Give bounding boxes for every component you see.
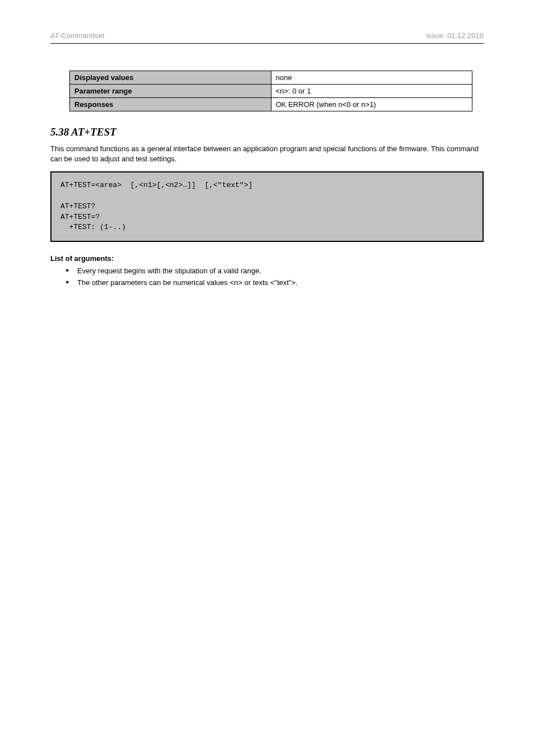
- section-heading: 5.38 AT+TEST: [50, 126, 484, 138]
- document-page: AT-Commandset issue: 01.12.2010 Displaye…: [0, 0, 534, 334]
- spec-key: Responses: [70, 98, 271, 111]
- spec-val: <n>: 0 or 1: [271, 85, 472, 98]
- arguments-heading: List of arguments:: [50, 254, 484, 263]
- table-row: Responses OK ERROR (when n<0 or n>1): [70, 98, 472, 111]
- spec-key: Parameter range: [70, 85, 271, 98]
- spec-val: OK ERROR (when n<0 or n>1): [271, 98, 472, 111]
- spec-key: Displayed values: [70, 71, 271, 85]
- header-right: issue: 01.12.2010: [426, 31, 484, 40]
- spec-table-wrap: Displayed values none Parameter range <n…: [69, 71, 484, 111]
- code-block: AT+TEST=<area> [,<n1>[,<n2>…]] [,<"text"…: [50, 171, 484, 242]
- list-item: Every request begins with the stipulatio…: [66, 266, 484, 276]
- intro-paragraph: This command functions as a general inte…: [50, 144, 484, 164]
- spec-table: Displayed values none Parameter range <n…: [69, 71, 472, 111]
- table-row: Parameter range <n>: 0 or 1: [70, 85, 472, 98]
- page-header: AT-Commandset issue: 01.12.2010: [50, 31, 484, 44]
- arguments-list: Every request begins with the stipulatio…: [66, 266, 484, 287]
- list-item: The other parameters can be numerical va…: [66, 278, 484, 288]
- header-left: AT-Commandset: [50, 31, 105, 40]
- table-row: Displayed values none: [70, 71, 472, 85]
- spec-val: none: [271, 71, 472, 85]
